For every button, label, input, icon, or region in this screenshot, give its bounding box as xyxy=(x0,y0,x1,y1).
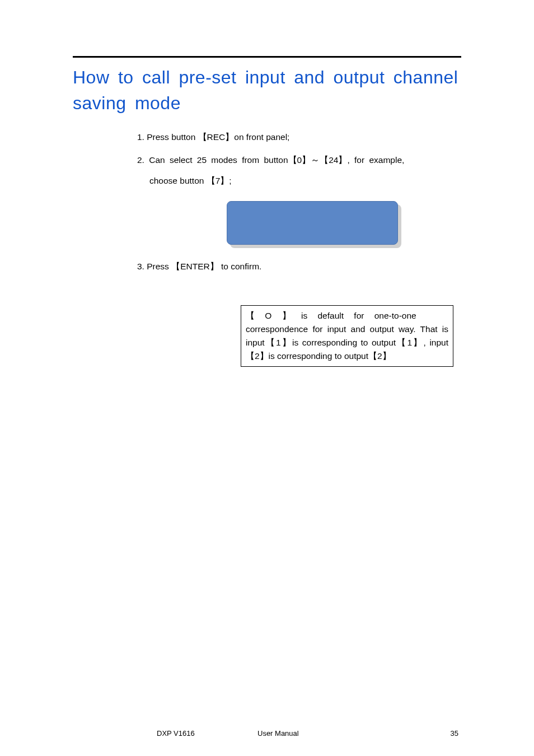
heading-rule xyxy=(73,56,461,58)
step-2-line2: choose button 【7】; xyxy=(149,170,461,191)
note-line-rest: correspondence for input and output way.… xyxy=(246,323,448,363)
step-1: 1. Press button 【REC】on front panel; xyxy=(137,127,461,147)
note-line-1: 【 O 】 is default for one-to-one xyxy=(246,309,448,323)
step-3-text: 3. Press 【ENTER】 to confirm. xyxy=(137,262,261,271)
note-box: 【 O 】 is default for one-to-one correspo… xyxy=(241,305,453,367)
step-2-line1: 2. Can select 25 modes from button【0】～【2… xyxy=(137,150,461,170)
section-heading: How to call pre-set input and output cha… xyxy=(73,64,461,116)
display-illustration xyxy=(227,201,400,246)
footer-product: DXP V1616 xyxy=(157,729,195,738)
steps-list: 1. Press button 【REC】on front panel; 2. … xyxy=(137,127,461,277)
step-1-text: 1. Press button 【REC】on front panel; xyxy=(137,132,289,142)
footer-page-number: 35 xyxy=(451,729,458,738)
step-3: 3. Press 【ENTER】 to confirm. xyxy=(137,256,461,277)
footer-doc-title: User Manual xyxy=(257,729,299,738)
step-2: 2. Can select 25 modes from button【0】～【2… xyxy=(137,150,461,191)
display-screen xyxy=(227,201,398,245)
